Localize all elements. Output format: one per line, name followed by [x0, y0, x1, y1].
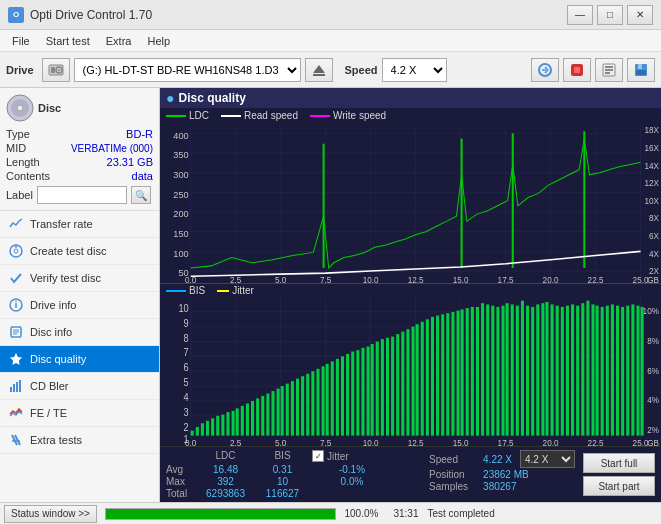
- svg-rect-156: [336, 359, 339, 436]
- nav-disc-info[interactable]: Disc info: [0, 319, 159, 346]
- nav-create-test-disc[interactable]: Create test disc: [0, 238, 159, 265]
- svg-marker-30: [10, 353, 22, 365]
- nav-transfer-rate[interactable]: Transfer rate: [0, 211, 159, 238]
- nav-extra-tests[interactable]: Extra tests: [0, 427, 159, 454]
- svg-rect-128: [196, 427, 199, 436]
- svg-text:22.5: 22.5: [588, 437, 604, 446]
- svg-text:2.5: 2.5: [230, 437, 241, 446]
- titlebar-left: O Opti Drive Control 1.70: [8, 7, 152, 23]
- stats-total-ldc: 6293863: [198, 488, 253, 499]
- svg-text:0.0: 0.0: [185, 276, 197, 283]
- toolbar-btn-1[interactable]: [531, 58, 559, 82]
- disc-label-btn[interactable]: 🔍: [131, 186, 151, 204]
- svg-text:8: 8: [184, 332, 189, 344]
- menu-file[interactable]: File: [4, 33, 38, 49]
- drive-select[interactable]: (G:) HL-DT-ST BD-RE WH16NS48 1.D3: [74, 58, 301, 82]
- progress-bar-container: [105, 508, 337, 520]
- disc-quality-icon: [8, 351, 24, 367]
- svg-rect-160: [356, 351, 359, 436]
- svg-rect-133: [221, 415, 224, 436]
- toolbar-btn-3[interactable]: [595, 58, 623, 82]
- svg-rect-8: [574, 67, 580, 73]
- start-buttons-area: Start full Start part: [583, 450, 655, 499]
- svg-rect-187: [491, 306, 494, 436]
- svg-rect-136: [236, 409, 239, 436]
- svg-rect-5: [313, 74, 325, 76]
- svg-point-25: [15, 301, 17, 303]
- svg-rect-34: [19, 380, 21, 392]
- stats-jitter-header: ✓ Jitter: [312, 450, 392, 462]
- fe-te-icon: [8, 405, 24, 421]
- svg-text:10X: 10X: [644, 197, 659, 206]
- jitter-checkbox[interactable]: ✓: [312, 450, 324, 462]
- stats-max-row: Max 392 10 0.0%: [166, 476, 421, 487]
- stats-avg-label: Avg: [166, 464, 196, 475]
- eject-btn[interactable]: [305, 58, 333, 82]
- nav-fe-te[interactable]: FE / TE: [0, 400, 159, 427]
- menubar: File Start test Extra Help: [0, 30, 661, 52]
- status-window-button[interactable]: Status window >>: [4, 505, 97, 523]
- svg-text:10.0: 10.0: [363, 276, 379, 283]
- nav-disc-info-label: Disc info: [30, 326, 72, 338]
- svg-rect-202: [566, 306, 569, 436]
- nav-extra-tests-label: Extra tests: [30, 434, 82, 446]
- menu-start-test[interactable]: Start test: [38, 33, 98, 49]
- svg-rect-180: [457, 311, 460, 436]
- toolbar-btn-2[interactable]: [563, 58, 591, 82]
- svg-rect-177: [441, 315, 444, 436]
- speed-dropdown[interactable]: 4.2 X: [520, 450, 575, 468]
- svg-rect-164: [376, 342, 379, 436]
- drive-icon-btn[interactable]: [42, 58, 70, 82]
- disc-type-value: BD-R: [126, 128, 153, 140]
- legend-ldc: LDC: [166, 110, 209, 121]
- speed-stat-label: Speed: [429, 454, 479, 465]
- disc-contents-label: Contents: [6, 170, 50, 182]
- nav-create-test-disc-label: Create test disc: [30, 245, 106, 257]
- start-part-button[interactable]: Start part: [583, 476, 655, 496]
- svg-rect-152: [316, 369, 319, 436]
- disc-label-input[interactable]: [37, 186, 127, 204]
- samples-row: Samples 380267: [429, 481, 575, 492]
- maximize-button[interactable]: □: [597, 5, 623, 25]
- nav-verify-test-disc[interactable]: Verify test disc: [0, 265, 159, 292]
- svg-rect-171: [412, 327, 415, 436]
- chart-title: Disc quality: [178, 91, 245, 105]
- stats-total-label: Total: [166, 488, 196, 499]
- svg-rect-130: [206, 421, 209, 436]
- svg-rect-154: [326, 364, 329, 436]
- svg-text:250: 250: [173, 189, 188, 199]
- close-button[interactable]: ✕: [627, 5, 653, 25]
- menu-help[interactable]: Help: [139, 33, 178, 49]
- menu-extra[interactable]: Extra: [98, 33, 140, 49]
- svg-rect-204: [576, 306, 579, 436]
- svg-rect-144: [277, 389, 280, 436]
- nav-disc-quality[interactable]: Disc quality: [0, 346, 159, 373]
- svg-rect-182: [466, 309, 469, 436]
- legend-read-speed: Read speed: [221, 110, 298, 121]
- status-bar: Status window >> 100.0% 31:31 Test compl…: [0, 502, 661, 524]
- svg-rect-213: [621, 307, 624, 436]
- toolbar-btn-save[interactable]: [627, 58, 655, 82]
- svg-text:8%: 8%: [647, 336, 659, 347]
- minimize-button[interactable]: —: [567, 5, 593, 25]
- disc-length-row: Length 23.31 GB: [6, 156, 153, 168]
- svg-rect-186: [486, 305, 489, 436]
- nav-cd-bler[interactable]: CD Bler: [0, 373, 159, 400]
- chart-header: ● Disc quality: [160, 88, 661, 108]
- svg-rect-179: [451, 312, 454, 436]
- disc-mid-label: MID: [6, 142, 26, 154]
- stats-total-row: Total 6293863 116627: [166, 488, 421, 499]
- svg-rect-198: [545, 302, 548, 436]
- start-full-button[interactable]: Start full: [583, 453, 655, 473]
- main-area: Disc Type BD-R MID VERBATIMe (000) Lengt…: [0, 88, 661, 502]
- nav-transfer-rate-label: Transfer rate: [30, 218, 93, 230]
- svg-rect-150: [306, 374, 309, 436]
- stats-avg-bis: 0.31: [255, 464, 310, 475]
- svg-text:18X: 18X: [644, 126, 659, 135]
- disc-contents-row: Contents data: [6, 170, 153, 182]
- svg-text:17.5: 17.5: [498, 276, 514, 283]
- nav-drive-info[interactable]: Drive info: [0, 292, 159, 319]
- speed-select[interactable]: 4.2 X: [382, 58, 447, 82]
- speed-position-area: Speed 4.22 X 4.2 X Position 23862 MB Sam…: [429, 450, 575, 499]
- svg-text:2%: 2%: [647, 425, 659, 436]
